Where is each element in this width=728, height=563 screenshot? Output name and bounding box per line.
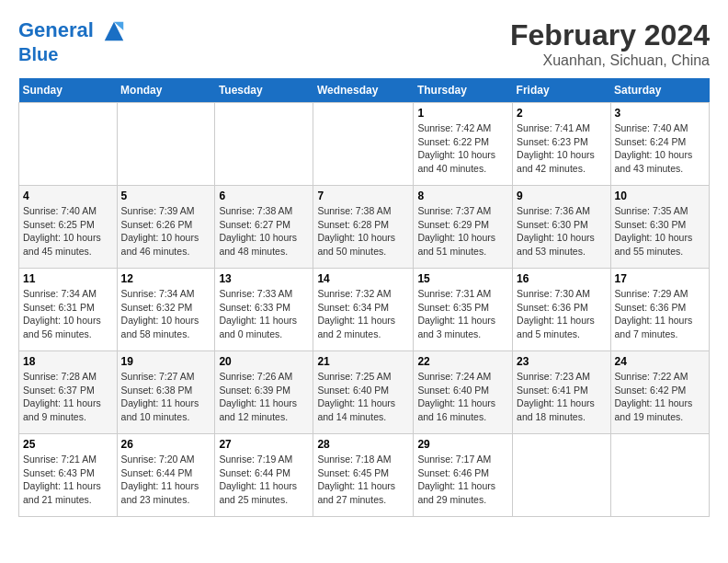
day-number: 28 xyxy=(317,438,409,451)
calendar-body: 1Sunrise: 7:42 AMSunset: 6:22 PMDaylight… xyxy=(19,103,710,517)
day-number: 18 xyxy=(23,355,113,368)
day-number: 23 xyxy=(517,355,606,368)
calendar-cell: 7Sunrise: 7:38 AMSunset: 6:28 PMDaylight… xyxy=(313,186,414,269)
day-info: Sunrise: 7:21 AMSunset: 6:43 PMDaylight:… xyxy=(23,453,113,507)
day-number: 15 xyxy=(417,272,508,285)
day-header-saturday: Saturday xyxy=(610,78,709,103)
day-header-sunday: Sunday xyxy=(19,78,118,103)
day-number: 24 xyxy=(615,355,705,368)
day-info: Sunrise: 7:20 AMSunset: 6:44 PMDaylight:… xyxy=(121,453,211,507)
day-header-tuesday: Tuesday xyxy=(215,78,313,103)
day-number: 27 xyxy=(219,438,309,451)
day-info: Sunrise: 7:38 AMSunset: 6:28 PMDaylight:… xyxy=(317,204,409,259)
day-number: 7 xyxy=(317,190,409,202)
calendar-cell: 18Sunrise: 7:28 AMSunset: 6:37 PMDayligh… xyxy=(19,351,118,434)
calendar-cell: 19Sunrise: 7:27 AMSunset: 6:38 PMDayligh… xyxy=(117,351,215,434)
calendar-cell: 9Sunrise: 7:36 AMSunset: 6:30 PMDaylight… xyxy=(513,186,610,269)
logo-text: General xyxy=(18,18,127,44)
calendar-cell: 14Sunrise: 7:32 AMSunset: 6:34 PMDayligh… xyxy=(313,269,414,351)
day-info: Sunrise: 7:19 AMSunset: 6:44 PMDaylight:… xyxy=(219,453,309,507)
day-info: Sunrise: 7:37 AMSunset: 6:29 PMDaylight:… xyxy=(417,204,508,259)
day-number: 22 xyxy=(417,355,508,368)
day-info: Sunrise: 7:30 AMSunset: 6:36 PMDaylight:… xyxy=(517,287,606,341)
calendar-cell: 21Sunrise: 7:25 AMSunset: 6:40 PMDayligh… xyxy=(313,351,414,434)
day-info: Sunrise: 7:36 AMSunset: 6:30 PMDaylight:… xyxy=(517,204,606,259)
week-row-1: 1Sunrise: 7:42 AMSunset: 6:22 PMDaylight… xyxy=(19,103,710,186)
logo: General Blue xyxy=(18,18,127,64)
day-header-thursday: Thursday xyxy=(414,78,513,103)
calendar-cell: 13Sunrise: 7:33 AMSunset: 6:33 PMDayligh… xyxy=(215,269,313,351)
main-title: February 2024 xyxy=(510,18,710,52)
page-header: General Blue February 2024 Xuanhan, Sich… xyxy=(18,18,710,69)
day-number: 19 xyxy=(121,355,211,368)
day-number: 21 xyxy=(317,355,409,368)
day-number: 1 xyxy=(417,107,508,120)
calendar-cell xyxy=(117,103,215,186)
day-number: 25 xyxy=(23,438,113,451)
calendar-cell: 24Sunrise: 7:22 AMSunset: 6:42 PMDayligh… xyxy=(610,351,709,434)
day-info: Sunrise: 7:38 AMSunset: 6:27 PMDaylight:… xyxy=(219,204,309,259)
calendar-header: SundayMondayTuesdayWednesdayThursdayFrid… xyxy=(19,78,710,103)
day-number: 12 xyxy=(121,272,211,285)
day-number: 26 xyxy=(121,438,211,451)
day-header-wednesday: Wednesday xyxy=(313,78,414,103)
calendar-cell: 16Sunrise: 7:30 AMSunset: 6:36 PMDayligh… xyxy=(513,269,610,351)
day-number: 3 xyxy=(615,107,705,120)
day-info: Sunrise: 7:31 AMSunset: 6:35 PMDaylight:… xyxy=(417,287,508,341)
calendar-cell: 17Sunrise: 7:29 AMSunset: 6:36 PMDayligh… xyxy=(610,269,709,351)
calendar-cell: 10Sunrise: 7:35 AMSunset: 6:30 PMDayligh… xyxy=(610,186,709,269)
calendar-cell: 2Sunrise: 7:41 AMSunset: 6:23 PMDaylight… xyxy=(513,103,610,186)
day-number: 8 xyxy=(417,190,508,202)
day-number: 6 xyxy=(219,190,309,202)
day-info: Sunrise: 7:42 AMSunset: 6:22 PMDaylight:… xyxy=(417,121,508,176)
calendar-cell: 23Sunrise: 7:23 AMSunset: 6:41 PMDayligh… xyxy=(513,351,610,434)
calendar-cell: 6Sunrise: 7:38 AMSunset: 6:27 PMDaylight… xyxy=(215,186,313,269)
day-info: Sunrise: 7:18 AMSunset: 6:45 PMDaylight:… xyxy=(317,453,409,507)
calendar-cell xyxy=(610,434,709,517)
day-info: Sunrise: 7:35 AMSunset: 6:30 PMDaylight:… xyxy=(615,204,705,259)
calendar-cell: 3Sunrise: 7:40 AMSunset: 6:24 PMDaylight… xyxy=(610,103,709,186)
calendar-cell xyxy=(513,434,610,517)
calendar-cell: 11Sunrise: 7:34 AMSunset: 6:31 PMDayligh… xyxy=(19,269,118,351)
day-header-monday: Monday xyxy=(117,78,215,103)
calendar-cell: 12Sunrise: 7:34 AMSunset: 6:32 PMDayligh… xyxy=(117,269,215,351)
title-block: February 2024 Xuanhan, Sichuan, China xyxy=(510,18,710,69)
calendar-cell: 27Sunrise: 7:19 AMSunset: 6:44 PMDayligh… xyxy=(215,434,313,517)
day-number: 11 xyxy=(23,272,113,285)
day-info: Sunrise: 7:40 AMSunset: 6:24 PMDaylight:… xyxy=(615,121,705,176)
week-row-5: 25Sunrise: 7:21 AMSunset: 6:43 PMDayligh… xyxy=(19,434,710,517)
week-row-3: 11Sunrise: 7:34 AMSunset: 6:31 PMDayligh… xyxy=(19,269,710,351)
day-info: Sunrise: 7:41 AMSunset: 6:23 PMDaylight:… xyxy=(517,121,606,176)
day-number: 14 xyxy=(317,272,409,285)
day-info: Sunrise: 7:32 AMSunset: 6:34 PMDaylight:… xyxy=(317,287,409,341)
day-info: Sunrise: 7:39 AMSunset: 6:26 PMDaylight:… xyxy=(121,204,211,259)
day-number: 5 xyxy=(121,190,211,202)
calendar-cell: 28Sunrise: 7:18 AMSunset: 6:45 PMDayligh… xyxy=(313,434,414,517)
calendar-cell: 4Sunrise: 7:40 AMSunset: 6:25 PMDaylight… xyxy=(19,186,118,269)
day-number: 16 xyxy=(517,272,606,285)
calendar-table: SundayMondayTuesdayWednesdayThursdayFrid… xyxy=(18,78,710,517)
day-number: 10 xyxy=(615,190,705,202)
day-number: 2 xyxy=(517,107,606,120)
day-number: 9 xyxy=(517,190,606,202)
calendar-cell: 25Sunrise: 7:21 AMSunset: 6:43 PMDayligh… xyxy=(19,434,118,517)
calendar-cell xyxy=(215,103,313,186)
week-row-4: 18Sunrise: 7:28 AMSunset: 6:37 PMDayligh… xyxy=(19,351,710,434)
day-header-friday: Friday xyxy=(513,78,610,103)
day-info: Sunrise: 7:34 AMSunset: 6:31 PMDaylight:… xyxy=(23,287,113,341)
day-info: Sunrise: 7:29 AMSunset: 6:36 PMDaylight:… xyxy=(615,287,705,341)
day-info: Sunrise: 7:23 AMSunset: 6:41 PMDaylight:… xyxy=(517,370,606,424)
day-number: 29 xyxy=(417,438,508,451)
day-number: 4 xyxy=(23,190,113,202)
logo-blue: Blue xyxy=(18,44,127,64)
day-info: Sunrise: 7:24 AMSunset: 6:40 PMDaylight:… xyxy=(417,370,508,424)
calendar-cell: 15Sunrise: 7:31 AMSunset: 6:35 PMDayligh… xyxy=(414,269,513,351)
day-info: Sunrise: 7:17 AMSunset: 6:46 PMDaylight:… xyxy=(417,453,508,507)
calendar-cell: 8Sunrise: 7:37 AMSunset: 6:29 PMDaylight… xyxy=(414,186,513,269)
day-info: Sunrise: 7:34 AMSunset: 6:32 PMDaylight:… xyxy=(121,287,211,341)
day-info: Sunrise: 7:22 AMSunset: 6:42 PMDaylight:… xyxy=(615,370,705,424)
calendar-cell: 26Sunrise: 7:20 AMSunset: 6:44 PMDayligh… xyxy=(117,434,215,517)
calendar-cell: 5Sunrise: 7:39 AMSunset: 6:26 PMDaylight… xyxy=(117,186,215,269)
week-row-2: 4Sunrise: 7:40 AMSunset: 6:25 PMDaylight… xyxy=(19,186,710,269)
day-info: Sunrise: 7:28 AMSunset: 6:37 PMDaylight:… xyxy=(23,370,113,424)
